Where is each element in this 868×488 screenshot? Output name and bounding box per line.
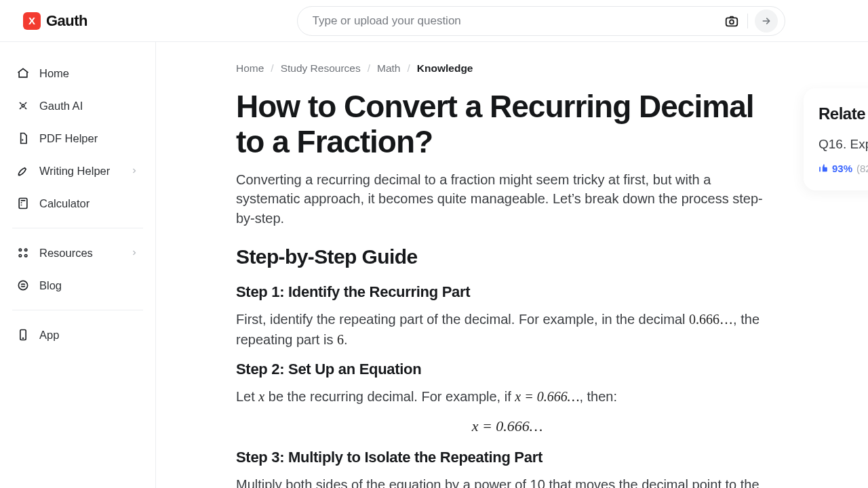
text: . — [344, 332, 348, 347]
step1-heading: Step 1: Identify the Recurring Part — [236, 283, 778, 301]
logo-mark-icon: X — [23, 12, 41, 30]
text: Let — [236, 389, 258, 404]
related-count: (82 — [856, 163, 868, 174]
thumbs-up-icon — [818, 163, 828, 173]
svg-point-8 — [18, 281, 27, 289]
chevron-right-icon — [130, 248, 139, 258]
blog-icon — [16, 279, 30, 292]
equation-display: x = 0.666… — [236, 418, 778, 435]
submit-arrow-button[interactable] — [755, 9, 778, 33]
step3-heading: Step 3: Multiply to Isolate the Repeatin… — [236, 449, 778, 466]
svg-point-10 — [23, 338, 24, 339]
sidebar-item-label: PDF Helper — [39, 132, 98, 145]
divider — [12, 310, 143, 310]
calculator-icon — [16, 197, 30, 210]
text: be the recurring decimal. For example, i… — [264, 389, 515, 404]
chevron-right-icon — [130, 166, 139, 176]
related-percent: 93% — [832, 163, 852, 174]
svg-point-4 — [19, 249, 21, 251]
logo[interactable]: X Gauth — [23, 12, 87, 30]
math-var: x — [258, 389, 264, 404]
related-question[interactable]: Q16. Exp recurrin — [818, 136, 868, 153]
related-meta: 93% (82 — [818, 163, 868, 174]
sidebar-item-pdf-helper[interactable]: PDF Helper — [9, 123, 146, 153]
sidebar-item-calculator[interactable]: Calculator — [9, 188, 146, 218]
section-heading: Step-by-Step Guide — [236, 245, 778, 268]
sidebar-item-label: Writing Helper — [39, 165, 110, 178]
search-input[interactable] — [313, 14, 716, 28]
step2-body: Let x be the recurring decimal. For exam… — [236, 386, 772, 407]
sidebar-item-home[interactable]: Home — [9, 58, 146, 88]
sidebar-item-label: Home — [39, 67, 69, 80]
sidebar-item-label: Blog — [39, 279, 62, 292]
math-inline: x = 0.666… — [515, 389, 579, 404]
sidebar: Home Gauth AI PDF Helper Writing Helper — [0, 42, 156, 488]
related-title: Relate — [818, 104, 868, 123]
text: First, identify the repeating part of th… — [236, 312, 689, 327]
search-bar[interactable] — [297, 6, 785, 36]
step3-body: Multiply both sides of the equation by a… — [236, 474, 772, 488]
sidebar-item-writing-helper[interactable]: Writing Helper — [9, 156, 146, 186]
breadcrumb-sep: / — [271, 62, 273, 75]
svg-point-5 — [25, 249, 27, 251]
pen-icon — [16, 164, 30, 178]
sidebar-item-blog[interactable]: Blog — [9, 270, 146, 300]
math-inline: 0.666… — [689, 312, 733, 327]
grid-icon — [16, 246, 30, 260]
svg-rect-3 — [19, 199, 27, 209]
sidebar-item-app[interactable]: App — [9, 320, 146, 350]
breadcrumb: Home / Study Resources / Math / Knowledg… — [236, 62, 778, 75]
breadcrumb-current: Knowledge — [417, 62, 473, 75]
math-inline: 6 — [337, 332, 344, 347]
sidebar-item-label: Resources — [39, 247, 93, 260]
divider — [12, 228, 143, 228]
main-content: Home / Study Resources / Math / Knowledg… — [156, 42, 868, 488]
related-card[interactable]: Relate Q16. Exp recurrin 93% (82 — [804, 88, 868, 190]
ai-icon — [16, 99, 30, 113]
breadcrumb-home[interactable]: Home — [236, 62, 264, 75]
step2-heading: Step 2: Set Up an Equation — [236, 361, 778, 378]
home-icon — [16, 66, 30, 80]
logo-text: Gauth — [46, 12, 87, 30]
text: , then: — [579, 389, 617, 404]
sidebar-item-label: App — [39, 329, 59, 342]
breadcrumb-sep: / — [407, 62, 410, 75]
svg-point-6 — [19, 255, 21, 257]
text: Multiply both sides of the equation by a… — [236, 477, 760, 488]
camera-icon[interactable] — [723, 12, 741, 30]
step1-body: First, identify the repeating part of th… — [236, 309, 772, 350]
breadcrumb-math[interactable]: Math — [377, 62, 400, 75]
svg-point-1 — [730, 20, 734, 24]
breadcrumb-sep: / — [368, 62, 370, 75]
svg-rect-0 — [726, 18, 737, 26]
svg-point-2 — [22, 104, 24, 107]
sidebar-item-label: Calculator — [39, 197, 90, 210]
math-display: x = 0.666… — [472, 418, 543, 434]
app-icon — [16, 328, 30, 342]
article-intro: Converting a recurring decimal to a frac… — [236, 170, 772, 228]
pdf-icon — [16, 131, 30, 145]
breadcrumb-study-resources[interactable]: Study Resources — [281, 62, 361, 75]
sidebar-item-label: Gauth AI — [39, 100, 83, 113]
svg-point-7 — [25, 255, 27, 257]
page-title: How to Convert a Recurring Decimal to a … — [236, 89, 772, 159]
divider — [747, 14, 748, 28]
topbar: X Gauth — [0, 0, 868, 42]
sidebar-item-resources[interactable]: Resources — [9, 238, 146, 268]
sidebar-item-gauth-ai[interactable]: Gauth AI — [9, 91, 146, 121]
